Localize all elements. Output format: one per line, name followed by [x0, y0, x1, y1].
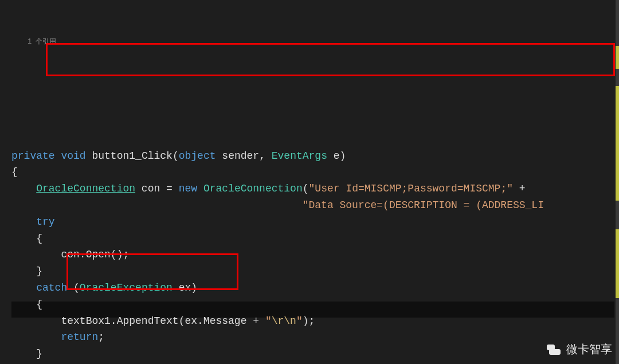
code-line: catch (OracleException ex): [11, 282, 197, 293]
code-line: try: [11, 216, 55, 228]
code-line: }: [11, 265, 42, 277]
code-line: "Data Source=(DESCRIPTION = (ADDRESS_LI: [11, 199, 544, 211]
code-line: con.Open();: [11, 249, 129, 260]
code-line: private void button1_Click(object sender…: [11, 150, 346, 162]
gutter-mark: [616, 46, 619, 69]
watermark: 微卡智享: [547, 342, 612, 357]
code-line: textBox1.AppendText(ex.Message + "\r\n")…: [11, 315, 315, 327]
code-line: OracleConnection con = new OracleConnect…: [11, 183, 526, 194]
code-line: }: [11, 348, 42, 359]
code-editor[interactable]: 1 个引用 private void button1_Click(object …: [0, 0, 619, 364]
code-line: {: [11, 299, 42, 310]
reference-hint[interactable]: 1 个引用: [11, 37, 619, 49]
code-line: {: [11, 166, 18, 178]
watermark-text: 微卡智享: [566, 342, 612, 357]
code-block: private void button1_Click(object sender…: [11, 131, 619, 364]
wechat-icon: [547, 343, 562, 356]
code-line: {: [11, 233, 42, 244]
code-line: return;: [11, 331, 104, 343]
